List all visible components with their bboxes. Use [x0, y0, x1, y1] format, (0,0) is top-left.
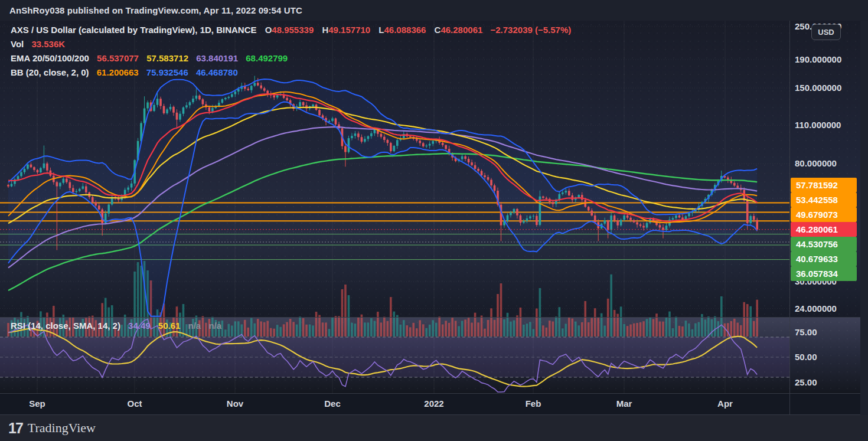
- volume-bar: [357, 318, 360, 337]
- volume-bar: [422, 324, 425, 337]
- volume-bar: [305, 325, 308, 337]
- volume-bar: [289, 319, 292, 337]
- volume-bar: [468, 318, 470, 337]
- volume-bar: [665, 318, 668, 337]
- low-value: 46.088366: [384, 25, 426, 35]
- volume-bar: [416, 328, 418, 337]
- volume-bar: [335, 316, 337, 337]
- chart-area[interactable]: 250.000000190.000000150.000000110.000000…: [0, 21, 860, 415]
- volume-bar: [581, 322, 583, 337]
- footer-bar: 17 TradingView: [0, 415, 868, 441]
- volume-bar: [552, 321, 554, 337]
- bb-row: BB (20, close, 2, 0) 61.200663 75.932546…: [11, 66, 571, 80]
- volume-bar: [224, 329, 227, 337]
- volume-bar: [253, 324, 256, 337]
- volume-bar: [361, 315, 363, 337]
- volume-bar: [406, 325, 408, 337]
- volume-bar: [675, 316, 677, 337]
- volume-bar: [445, 321, 447, 337]
- volume-bar: [370, 318, 373, 337]
- volume-bar: [639, 322, 642, 337]
- volume-bar: [516, 315, 518, 337]
- volume-row: Vol 33.536K: [11, 37, 571, 51]
- volume-bar: [727, 323, 729, 337]
- month-label: Apr: [717, 398, 733, 409]
- volume-bar: [344, 285, 347, 337]
- volume-bar: [477, 322, 479, 337]
- volume-label: Vol: [11, 39, 24, 49]
- price-level-chip: 44.530756: [791, 237, 857, 251]
- high-value: 49.157710: [328, 25, 370, 35]
- volume-bar: [575, 322, 577, 337]
- volume-bar: [260, 321, 262, 337]
- volume-bar: [584, 301, 586, 337]
- volume-bar: [474, 313, 477, 337]
- open-label: O: [265, 25, 272, 35]
- volume-bar: [655, 313, 658, 337]
- volume-bar: [341, 289, 344, 337]
- symbol-title: AXS / US Dollar (calculated by TradingVi…: [11, 25, 256, 35]
- bb-label: BB (20, close, 2, 0): [11, 67, 89, 77]
- volume-bar: [614, 310, 616, 337]
- ema-label: EMA 20/50/100/200: [11, 53, 89, 63]
- volume-bar: [484, 329, 486, 337]
- volume-value: 33.536K: [31, 39, 65, 49]
- month-label: Oct: [127, 398, 142, 409]
- volume-bar: [542, 325, 544, 337]
- price-level-chip: 53.442558: [791, 192, 857, 207]
- volume-bar: [500, 283, 502, 337]
- price-level-chip: 49.679073: [791, 207, 857, 222]
- tradingview-logo-icon[interactable]: 17: [8, 420, 22, 437]
- ema20-value: 56.537077: [97, 53, 139, 63]
- bb-upper-value: 75.932546: [146, 67, 188, 77]
- volume-bar: [588, 322, 590, 337]
- bb-basis-value: 61.200663: [97, 67, 139, 77]
- volume-bar: [231, 325, 233, 337]
- current-price-chip: 46.280061: [791, 222, 857, 237]
- currency-toggle-button[interactable]: USD: [811, 24, 841, 40]
- ema-row: EMA 20/50/100/200 56.537077 57.583712 63…: [11, 51, 571, 66]
- volume-bar: [562, 328, 564, 337]
- volume-bar: [510, 322, 512, 337]
- volume-bar: [503, 319, 505, 337]
- volume-bar: [348, 295, 350, 337]
- ema100-value: 63.840191: [196, 53, 238, 63]
- volume-bar: [564, 324, 567, 337]
- volume-bar: [442, 324, 444, 337]
- volume-bar: [464, 319, 466, 337]
- volume-bar: [711, 319, 713, 337]
- volume-bar: [312, 325, 314, 337]
- rsi-value: 34.49: [128, 321, 151, 331]
- volume-bar: [714, 316, 716, 337]
- volume-bar: [286, 322, 288, 337]
- volume-bar: [7, 323, 9, 337]
- volume-bar: [299, 316, 301, 337]
- volume-bar: [390, 297, 392, 337]
- volume-bar: [730, 321, 732, 337]
- volume-bar: [636, 323, 638, 337]
- volume-bar: [432, 320, 434, 337]
- chart-canvas[interactable]: 250.000000190.000000150.000000110.000000…: [0, 21, 860, 415]
- month-label: Feb: [526, 398, 541, 409]
- month-label: 2022: [424, 398, 443, 409]
- candle-body: [146, 102, 149, 108]
- volume-bar: [309, 324, 311, 337]
- volume-bar: [412, 323, 415, 337]
- volume-bar: [396, 315, 399, 337]
- volume-bar: [594, 308, 596, 337]
- volume-bar: [753, 321, 755, 337]
- volume-bar: [487, 320, 490, 337]
- volume-bar: [626, 326, 629, 337]
- volume-bar: [296, 325, 298, 337]
- volume-bar: [546, 328, 548, 337]
- volume-bar: [435, 323, 438, 337]
- volume-bar: [461, 321, 464, 337]
- volume-bar: [691, 329, 694, 337]
- volume-bar: [494, 320, 496, 337]
- volume-bar: [646, 319, 648, 337]
- tradingview-wordmark[interactable]: TradingView: [28, 420, 96, 436]
- volume-bar: [425, 328, 428, 337]
- volume-bar: [393, 312, 396, 337]
- volume-bar: [707, 316, 710, 337]
- volume-bar: [429, 325, 431, 337]
